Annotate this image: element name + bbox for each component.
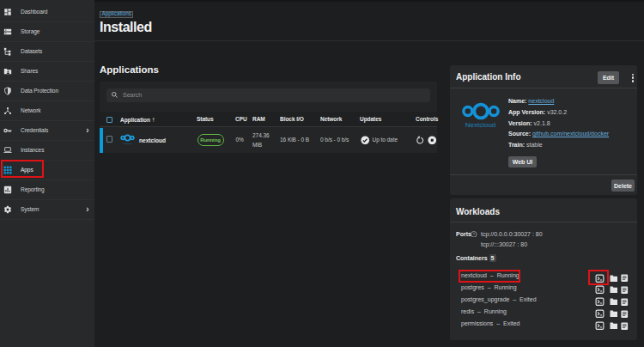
svg-text:?: ? — [473, 232, 476, 236]
svg-text:Nextcloud: Nextcloud — [123, 143, 132, 144]
